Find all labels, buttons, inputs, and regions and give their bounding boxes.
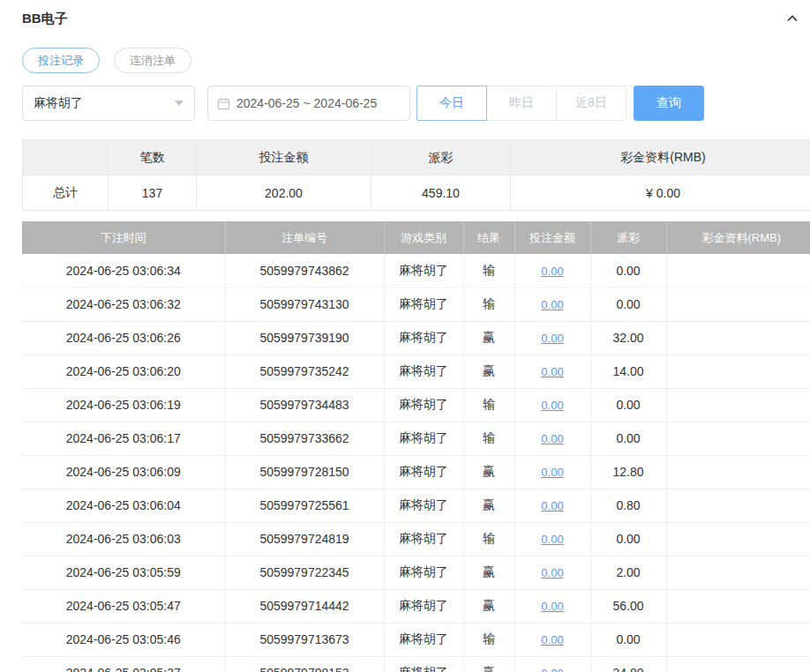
jackpot-cell: [666, 556, 810, 589]
jackpot-cell: [666, 489, 810, 522]
summary-header-row: 笔数 投注金额 派彩 彩金资料(RMB): [23, 140, 810, 175]
jackpot-cell: [666, 589, 810, 623]
quick-filter-last8days[interactable]: 近8日: [556, 86, 626, 121]
col-header-result: 结果: [463, 221, 514, 254]
order-number-cell: 5059979735242: [225, 355, 384, 388]
bet-amount-link[interactable]: 0.00: [541, 332, 563, 345]
table-row: 2024-06-25 03:05:475059979714442麻将胡了赢0.0…: [22, 589, 810, 623]
bet-amount-cell: 0.00: [514, 656, 590, 672]
col-header-game-type: 游戏类别: [384, 221, 463, 254]
calendar-icon: [217, 97, 230, 110]
result-cell: 赢: [463, 656, 514, 672]
table-row: 2024-06-25 03:06:175059979733662麻将胡了输0.0…: [22, 422, 810, 455]
records-header-row: 下注时间 注单编号 游戏类别 结果 投注金额 派彩 彩金资料(RMB): [22, 221, 810, 254]
game-type-cell: 麻将胡了: [384, 355, 463, 388]
table-row: 2024-06-25 03:06:045059979725561麻将胡了赢0.0…: [22, 489, 810, 522]
bet-amount-cell: 0.00: [514, 589, 590, 623]
result-cell: 输: [463, 254, 514, 287]
bet-amount-link[interactable]: 0.00: [541, 432, 563, 445]
bet-amount-link[interactable]: 0.00: [541, 466, 563, 479]
game-type-cell: 麻将胡了: [384, 489, 463, 522]
jackpot-cell: [666, 422, 810, 455]
payout-cell: 2.00: [590, 556, 666, 589]
summary-header-payout: 派彩: [371, 140, 511, 175]
game-type-cell: 麻将胡了: [384, 455, 463, 489]
bet-amount-link[interactable]: 0.00: [541, 600, 563, 613]
order-number-cell: 5059979734483: [225, 388, 384, 422]
order-number-cell: 5059979724819: [225, 522, 384, 556]
game-type-cell: 麻将胡了: [384, 556, 463, 589]
summary-total-row: 总计 137 202.00 459.10 ¥ 0.00: [23, 175, 810, 211]
order-number-cell: 5059979743862: [225, 254, 384, 287]
payout-cell: 0.00: [590, 388, 666, 422]
records-tbody: 2024-06-25 03:06:345059979743862麻将胡了输0.0…: [22, 254, 810, 672]
bet-amount-cell: 0.00: [514, 556, 590, 589]
quick-filter-yesterday[interactable]: 昨日: [486, 86, 557, 121]
col-header-payout: 派彩: [590, 221, 666, 254]
bet-amount-link[interactable]: 0.00: [541, 365, 563, 378]
table-row: 2024-06-25 03:06:265059979739190麻将胡了赢0.0…: [22, 321, 810, 355]
jackpot-cell: [666, 355, 810, 388]
bet-amount-cell: 0.00: [514, 455, 590, 489]
bet-amount-link[interactable]: 0.00: [541, 499, 563, 512]
bet-amount-link[interactable]: 0.00: [541, 399, 563, 412]
bet-amount-link[interactable]: 0.00: [541, 566, 563, 579]
jackpot-cell: [666, 287, 810, 321]
summary-header-blank: [23, 140, 109, 175]
game-type-cell: 麻将胡了: [384, 656, 463, 672]
quick-filter-today[interactable]: 今日: [416, 86, 487, 121]
bet-amount-cell: 0.00: [514, 287, 590, 321]
table-row: 2024-06-25 03:05:375059979708153麻将胡了赢0.0…: [22, 656, 810, 672]
order-number-cell: 5059979713673: [225, 623, 384, 656]
payout-cell: 14.00: [590, 355, 666, 388]
date-range-value: 2024-06-25 ~ 2024-06-25: [236, 96, 377, 110]
bet-amount-cell: 0.00: [514, 388, 590, 422]
bet-time-cell: 2024-06-25 03:06:04: [22, 489, 225, 522]
game-type-cell: 麻将胡了: [384, 287, 463, 321]
table-row: 2024-06-25 03:06:325059979743130麻将胡了输0.0…: [22, 287, 810, 321]
payout-cell: 32.00: [590, 321, 666, 355]
summary-jackpot-value: ¥ 0.00: [511, 175, 810, 211]
bet-time-cell: 2024-06-25 03:06:09: [22, 455, 225, 489]
bet-amount-link[interactable]: 0.00: [541, 633, 563, 646]
bet-amount-link[interactable]: 0.00: [541, 265, 563, 278]
bet-amount-cell: 0.00: [514, 321, 590, 355]
bet-amount-link[interactable]: 0.00: [541, 667, 563, 672]
jackpot-cell: [666, 388, 810, 422]
table-row: 2024-06-25 03:05:595059979722345麻将胡了赢0.0…: [22, 556, 810, 589]
date-range-picker[interactable]: 2024-06-25 ~ 2024-06-25: [207, 86, 410, 121]
game-select[interactable]: 麻将胡了: [22, 86, 195, 121]
col-header-jackpot: 彩金资料(RMB): [666, 221, 810, 254]
game-type-cell: 麻将胡了: [384, 522, 463, 556]
table-row: 2024-06-25 03:06:345059979743862麻将胡了输0.0…: [22, 254, 810, 287]
tab-cancelled-orders[interactable]: 连消注单: [114, 48, 191, 73]
summary-table: 笔数 投注金额 派彩 彩金资料(RMB) 总计 137 202.00 459.1…: [22, 139, 810, 211]
jackpot-cell: [666, 656, 810, 672]
col-header-order-number: 注单编号: [225, 221, 384, 254]
result-cell: 输: [463, 522, 514, 556]
page-title: BB电子: [22, 11, 68, 27]
result-cell: 输: [463, 422, 514, 455]
result-cell: 赢: [463, 556, 514, 589]
bet-amount-link[interactable]: 0.00: [541, 533, 563, 546]
result-cell: 赢: [463, 589, 514, 623]
search-button[interactable]: 查询: [634, 86, 704, 121]
panel-header: BB电子: [22, 11, 810, 26]
table-row: 2024-06-25 03:06:095059979728150麻将胡了赢0.0…: [22, 455, 810, 489]
summary-header-bet-amount: 投注金额: [197, 140, 371, 175]
order-number-cell: 5059979728150: [225, 455, 384, 489]
betting-records-panel: BB电子 投注记录 连消注单 麻将胡了 2024-06-25 ~ 2024-06…: [0, 0, 810, 672]
game-type-cell: 麻将胡了: [384, 623, 463, 656]
jackpot-cell: [666, 522, 810, 556]
tab-betting-records[interactable]: 投注记录: [22, 48, 100, 73]
table-row: 2024-06-25 03:05:465059979713673麻将胡了输0.0…: [22, 623, 810, 656]
bet-amount-cell: 0.00: [514, 254, 590, 287]
bet-amount-link[interactable]: 0.00: [541, 298, 563, 311]
game-type-cell: 麻将胡了: [384, 589, 463, 623]
order-number-cell: 5059979739190: [225, 321, 384, 355]
collapse-chevron-up-icon[interactable]: [785, 11, 799, 26]
records-table: 下注时间 注单编号 游戏类别 结果 投注金额 派彩 彩金资料(RMB) 2024…: [22, 221, 810, 672]
filter-bar: 麻将胡了 2024-06-25 ~ 2024-06-25 今日 昨日 近8日 查…: [22, 86, 810, 121]
summary-header-count: 笔数: [109, 140, 197, 175]
game-type-cell: 麻将胡了: [384, 388, 463, 422]
